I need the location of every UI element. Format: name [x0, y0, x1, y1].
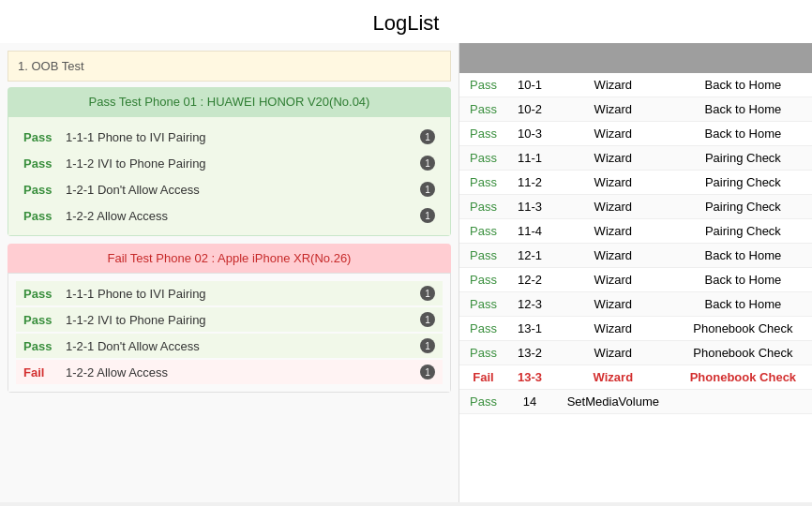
section-header: 1. OOB Test	[8, 51, 451, 82]
item-status: Pass	[23, 287, 66, 301]
log-num2: Wizard	[552, 195, 674, 219]
item-status: Pass	[23, 209, 66, 223]
log-row: Pass12-2WizardBack to Home	[459, 268, 812, 292]
log-row: Pass11-4WizardPairing Check	[459, 219, 812, 244]
log-row: Pass13-2WizardPhonebook Check	[459, 341, 812, 365]
test-items-phone01: Pass1-1-1 Phone to IVI Pairing1Pass1-1-2…	[8, 116, 451, 236]
log-num2: Wizard	[552, 341, 674, 365]
log-status: Pass	[459, 219, 507, 244]
log-row: Pass10-2WizardBack to Home	[459, 97, 812, 122]
item-badge: 1	[420, 365, 435, 380]
item-badge: 1	[420, 156, 435, 171]
log-table: Pass10-1WizardBack to HomePass10-2Wizard…	[459, 73, 812, 414]
log-num1: 13-2	[507, 341, 552, 365]
log-status: Pass	[459, 292, 507, 317]
log-num1: 12-1	[507, 244, 552, 268]
item-status: Pass	[23, 313, 66, 327]
test-item: Pass1-1-1 Phone to IVI Pairing1	[16, 281, 443, 305]
left-panel: 1. OOB Test Pass Test Phone 01 : HUAWEI …	[0, 43, 459, 502]
item-status: Fail	[23, 365, 66, 380]
log-action: Back to Home	[674, 97, 812, 122]
log-status: Fail	[459, 365, 507, 390]
log-action: Back to Home	[674, 244, 812, 268]
log-num1: 11-4	[507, 219, 552, 244]
item-label: 1-2-2 Allow Access	[66, 209, 416, 223]
log-action: Pairing Check	[674, 171, 812, 195]
log-row: Pass11-2WizardPairing Check	[459, 171, 812, 195]
log-action: Pairing Check	[674, 219, 812, 244]
log-row: Pass12-3WizardBack to Home	[459, 292, 812, 317]
log-num1: 10-2	[507, 97, 552, 122]
test-item: Pass1-2-1 Don't Allow Access1	[16, 177, 443, 201]
log-num2: Wizard	[552, 292, 674, 317]
item-badge: 1	[420, 312, 435, 327]
log-status: Pass	[459, 146, 507, 171]
item-badge: 1	[420, 208, 435, 223]
log-row: Pass11-3WizardPairing Check	[459, 195, 812, 219]
item-badge: 1	[420, 338, 435, 353]
log-action: Phonebook Check	[674, 341, 812, 365]
item-label: 1-2-2 Allow Access	[66, 365, 416, 380]
log-num1: 10-3	[507, 122, 552, 146]
log-num2: SetMediaVolume	[552, 390, 674, 414]
log-num2: Wizard	[552, 268, 674, 292]
item-status: Pass	[23, 156, 66, 171]
log-num2: Wizard	[552, 365, 674, 390]
log-action: Phonebook Check	[674, 317, 812, 341]
test-item: Fail1-2-2 Allow Access1	[16, 360, 443, 384]
log-num1: 12-2	[507, 268, 552, 292]
item-label: 1-1-1 Phone to IVI Pairing	[66, 287, 416, 301]
item-badge: 1	[420, 286, 435, 301]
test-item: Pass1-2-2 Allow Access1	[16, 203, 443, 228]
log-num2: Wizard	[552, 73, 674, 97]
item-status: Pass	[23, 339, 66, 353]
log-row: Fail13-3WizardPhonebook Check	[459, 365, 812, 390]
log-num1: 11-2	[507, 171, 552, 195]
phone-group-phone01: Pass Test Phone 01 : HUAWEI HONOR V20(No…	[8, 87, 451, 236]
log-num2: Wizard	[552, 317, 674, 341]
phone-header-phone01: Pass Test Phone 01 : HUAWEI HONOR V20(No…	[8, 87, 451, 116]
log-action: Pairing Check	[674, 146, 812, 171]
log-row: Pass13-1WizardPhonebook Check	[459, 317, 812, 341]
log-num2: Wizard	[552, 97, 674, 122]
phone-group-phone02: Fail Test Phone 02 : Apple iPhone XR(No.…	[8, 244, 451, 393]
test-item: Pass1-1-2 IVI to Phone Pairing1	[16, 151, 443, 175]
log-status: Pass	[459, 171, 507, 195]
log-num2: Wizard	[552, 171, 674, 195]
log-num1: 11-1	[507, 146, 552, 171]
item-label: 1-1-2 IVI to Phone Pairing	[66, 313, 416, 327]
phone-status-phone01: Pass Test Phone 01 : HUAWEI HONOR V20(No…	[89, 95, 370, 109]
log-action: Back to Home	[674, 268, 812, 292]
log-status: Pass	[459, 195, 507, 219]
log-row: Pass11-1WizardPairing Check	[459, 146, 812, 171]
log-row: Pass12-1WizardBack to Home	[459, 244, 812, 268]
item-label: 1-2-1 Don't Allow Access	[66, 183, 416, 197]
item-badge: 1	[420, 182, 435, 197]
log-num2: Wizard	[552, 122, 674, 146]
item-label: 1-1-2 IVI to Phone Pairing	[66, 156, 416, 171]
test-item: Pass1-1-1 Phone to IVI Pairing1	[16, 125, 443, 149]
log-num2: Wizard	[552, 244, 674, 268]
item-status: Pass	[23, 183, 66, 197]
log-num1: 14	[507, 390, 552, 414]
log-num1: 13-3	[507, 365, 552, 390]
log-action	[674, 390, 812, 414]
log-action: Back to Home	[674, 292, 812, 317]
log-status: Pass	[459, 97, 507, 122]
item-badge: 1	[420, 129, 435, 144]
test-item: Pass1-2-1 Don't Allow Access1	[16, 334, 443, 358]
log-row: Pass14SetMediaVolume	[459, 390, 812, 414]
log-status: Pass	[459, 341, 507, 365]
page-title: LogList	[0, 0, 812, 43]
log-status: Pass	[459, 73, 507, 97]
log-row: Pass10-3WizardBack to Home	[459, 122, 812, 146]
log-action: Phonebook Check	[674, 365, 812, 390]
log-action: Pairing Check	[674, 195, 812, 219]
phone-header-phone02: Fail Test Phone 02 : Apple iPhone XR(No.…	[8, 244, 451, 273]
log-status: Pass	[459, 390, 507, 414]
item-status: Pass	[23, 130, 66, 144]
log-num1: 11-3	[507, 195, 552, 219]
log-num2: Wizard	[552, 219, 674, 244]
test-items-phone02: Pass1-1-1 Phone to IVI Pairing1Pass1-1-2…	[8, 273, 451, 393]
log-num2: Wizard	[552, 146, 674, 171]
